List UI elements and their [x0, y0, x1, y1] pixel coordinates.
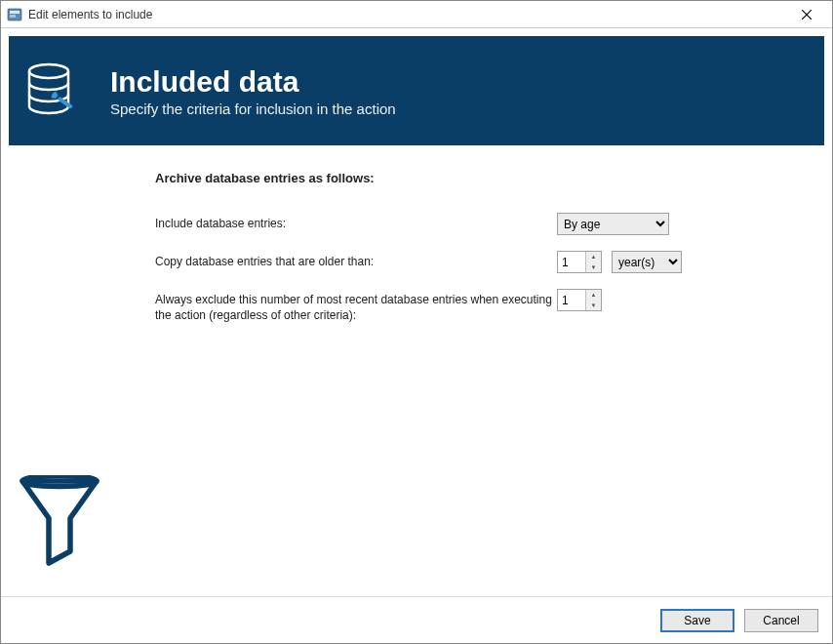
spinner-buttons: ▲ ▼ [585, 252, 601, 272]
database-wrench-icon [24, 62, 77, 119]
titlebar: Edit elements to include [1, 1, 832, 28]
header-banner: Included data Specify the criteria for i… [9, 36, 824, 145]
window-title: Edit elements to include [28, 8, 785, 21]
exclude-input[interactable] [558, 290, 585, 310]
close-icon [802, 10, 812, 20]
row-include: Include database entries: By age [155, 213, 822, 235]
include-label: Include database entries: [155, 213, 557, 231]
spin-up-icon[interactable]: ▲ [586, 252, 601, 262]
app-icon [7, 7, 22, 22]
footer: Save Cancel [1, 596, 832, 643]
cancel-button[interactable]: Cancel [744, 609, 818, 632]
older-than-input[interactable] [558, 252, 585, 272]
row-exclude: Always exclude this number of most recen… [155, 289, 822, 323]
content-area: Archive database entries as follows: Inc… [1, 153, 832, 348]
funnel-icon [17, 475, 102, 573]
header-subtitle: Specify the criteria for inclusion in th… [110, 101, 396, 117]
row-older-than: Copy database entries that are older tha… [155, 251, 822, 273]
svg-rect-2 [10, 15, 16, 18]
spin-down-icon[interactable]: ▼ [586, 301, 601, 311]
section-heading: Archive database entries as follows: [155, 171, 822, 185]
svg-rect-1 [10, 11, 20, 14]
window-close-button[interactable] [785, 1, 828, 27]
header-text: Included data Specify the criteria for i… [110, 65, 396, 117]
svg-point-5 [29, 64, 68, 78]
spin-up-icon[interactable]: ▲ [586, 290, 601, 301]
header-title: Included data [110, 65, 396, 99]
exclude-label: Always exclude this number of most recen… [155, 289, 557, 323]
include-dropdown[interactable]: By age [557, 213, 669, 235]
spinner-buttons: ▲ ▼ [585, 290, 601, 310]
spin-down-icon[interactable]: ▼ [586, 262, 601, 273]
exclude-spinner[interactable]: ▲ ▼ [557, 289, 602, 311]
older-than-label: Copy database entries that are older tha… [155, 251, 557, 269]
older-than-spinner[interactable]: ▲ ▼ [557, 251, 602, 273]
save-button[interactable]: Save [660, 609, 734, 632]
older-than-unit-dropdown[interactable]: year(s) [612, 251, 682, 273]
